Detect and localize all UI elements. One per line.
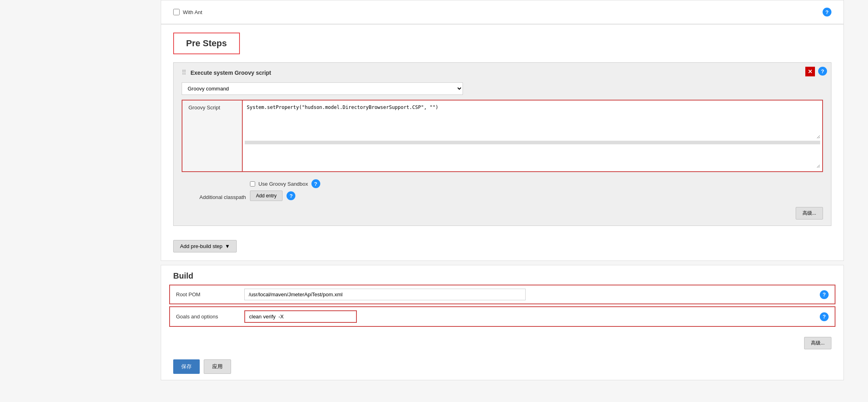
classpath-help-icon[interactable]: ? <box>287 191 295 200</box>
groovy-advanced-btn-row: 高级... <box>182 207 823 219</box>
add-prebuild-chevron-icon: ▼ <box>225 243 230 249</box>
build-section: Build Root POM ? Goals and options ? 高级.… <box>161 265 844 380</box>
use-groovy-sandbox-label: Use Groovy Sandbox <box>258 181 308 187</box>
build-title: Build <box>173 271 831 281</box>
root-pom-row: Root POM ? <box>169 285 835 304</box>
bottom-buttons-row: 保存 应用 <box>161 353 843 380</box>
with-ant-help-icon[interactable]: ? <box>823 8 831 16</box>
with-ant-checkbox[interactable] <box>173 9 180 15</box>
groovy-script-extra-area[interactable] <box>245 144 820 168</box>
root-pom-help-icon[interactable]: ? <box>820 290 829 299</box>
groovy-block-header: ⠿ Execute system Groovy script <box>182 69 823 76</box>
groovy-script-table: Groovy Script System.setProperty("hudson… <box>182 100 823 172</box>
groovy-script-label: Groovy Script <box>182 100 242 172</box>
groovy-advanced-button[interactable]: 高级... <box>796 207 823 219</box>
top-section: With Ant ? <box>161 0 844 24</box>
save-button[interactable]: 保存 <box>173 359 200 374</box>
groovy-block: ⠿ Execute system Groovy script ✕ ? Groov… <box>173 62 831 226</box>
with-ant-row: With Ant <box>173 9 202 15</box>
with-ant-label: With Ant <box>183 9 202 15</box>
page-container: With Ant ? Pre Steps ⠿ Execute system Gr… <box>0 0 868 402</box>
goals-input[interactable] <box>244 310 357 323</box>
sandbox-help-icon[interactable]: ? <box>311 179 320 188</box>
groovy-block-title: Execute system Groovy script <box>190 70 271 76</box>
build-advanced-button[interactable]: 高级... <box>804 337 831 349</box>
root-pom-input[interactable] <box>244 289 526 300</box>
use-groovy-sandbox-checkbox[interactable] <box>250 181 255 187</box>
build-header: Build <box>161 265 843 285</box>
sandbox-row: Use Groovy Sandbox ? <box>182 177 823 191</box>
goals-row: Goals and options ? <box>169 306 835 327</box>
groovy-block-help-icon[interactable]: ? <box>818 67 827 76</box>
delete-groovy-block-button[interactable]: ✕ <box>805 67 815 76</box>
goals-label: Goals and options <box>176 314 240 320</box>
drag-handle-icon[interactable]: ⠿ <box>182 69 186 76</box>
add-entry-button[interactable]: Add entry <box>250 191 283 201</box>
groovy-script-input-cell: System.setProperty("hudson.model.Directo… <box>242 100 823 172</box>
goals-help-icon[interactable]: ? <box>820 312 829 321</box>
main-content: With Ant ? Pre Steps ⠿ Execute system Gr… <box>137 0 868 380</box>
root-pom-label: Root POM <box>176 291 240 297</box>
groovy-script-textarea[interactable]: System.setProperty("hudson.model.Directo… <box>245 103 820 139</box>
scroll-hint <box>245 141 820 144</box>
pre-steps-title: Pre Steps <box>186 38 227 49</box>
groovy-command-dropdown[interactable]: Groovy command Groovy script file <box>182 82 463 95</box>
pre-steps-section: Pre Steps ⠿ Execute system Groovy script… <box>161 24 844 261</box>
add-pre-build-step-button[interactable]: Add pre-build step ▼ <box>173 240 237 252</box>
pre-steps-header: Pre Steps <box>173 33 240 54</box>
classpath-row: Additional classpath Add entry ? <box>182 191 823 201</box>
add-prebuild-label: Add pre-build step <box>180 243 223 249</box>
add-prebuild-row: Add pre-build step ▼ <box>161 234 843 260</box>
apply-button[interactable]: 应用 <box>204 359 231 374</box>
classpath-label: Additional classpath <box>182 192 246 200</box>
build-advanced-btn-row: 高级... <box>161 333 843 353</box>
